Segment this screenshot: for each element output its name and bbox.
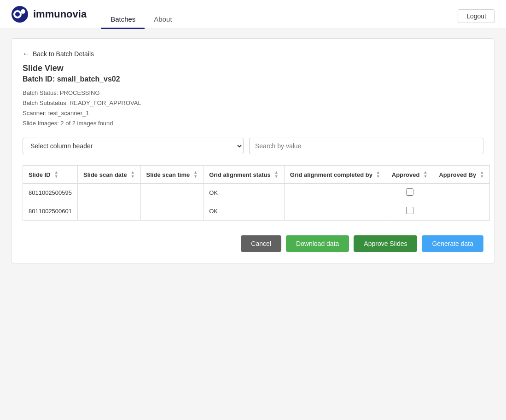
slide-view-title: Slide View: [23, 64, 483, 73]
batch-id: Batch ID: small_batch_vs02: [23, 75, 483, 83]
cell-slide-id: 8011002500601: [23, 202, 78, 221]
cell-approved-by: [433, 184, 490, 202]
logo-text: immunovia: [33, 8, 87, 20]
th-grid-completed-by: Grid alignment completed by ▲▼: [284, 166, 386, 184]
logo-icon: [11, 6, 29, 23]
logout-button[interactable]: Logout: [458, 9, 495, 23]
search-input[interactable]: [249, 138, 483, 154]
footer-actions: Cancel Download data Approve Slides Gene…: [23, 235, 483, 252]
cell-grid-completed-by: [284, 184, 386, 202]
column-header-select[interactable]: Select column header Slide ID Slide scan…: [23, 138, 244, 154]
batch-meta: Batch Status: PROCESSING Batch Substatus…: [23, 88, 483, 128]
cancel-button[interactable]: Cancel: [241, 235, 281, 252]
logo-area: immunovia: [11, 6, 87, 29]
cell-slide-id: 8011002500595: [23, 184, 78, 202]
sort-icon-scan-date[interactable]: ▲▼: [131, 170, 135, 179]
cell-grid-status: OK: [204, 184, 285, 202]
cell-approved: [386, 202, 433, 221]
table-row: 8011002500601OK: [23, 202, 490, 221]
svg-point-2: [15, 12, 20, 17]
batch-status: Batch Status: PROCESSING: [23, 88, 483, 98]
sort-icon-slide-id[interactable]: ▲▼: [54, 170, 58, 179]
table-row: 8011002500595OK: [23, 184, 490, 202]
th-approved-by: Approved By ▲▼: [433, 166, 490, 184]
cell-scan-time: [140, 202, 204, 221]
nav-tab-about[interactable]: About: [145, 11, 181, 29]
cell-scan-date: [78, 202, 141, 221]
nav-tab-batches[interactable]: Batches: [101, 11, 145, 29]
batch-substatus: Batch Substatus: READY_FOR_APPROVAL: [23, 98, 483, 108]
svg-point-3: [21, 9, 25, 14]
th-scan-time: Slide scan time ▲▼: [140, 166, 204, 184]
batch-scanner: Scanner: test_scanner_1: [23, 108, 483, 118]
back-link[interactable]: ← Back to Batch Details: [23, 50, 483, 58]
batch-slide-images: Slide Images: 2 of 2 images found: [23, 118, 483, 128]
cell-scan-date: [78, 184, 141, 202]
slide-table: Slide ID ▲▼ Slide scan date ▲▼ Slide sca…: [23, 165, 490, 221]
sort-icon-approved[interactable]: ▲▼: [423, 170, 427, 179]
nav-tabs: Batches About: [101, 11, 181, 29]
download-data-button[interactable]: Download data: [286, 235, 349, 252]
header-right: Logout: [458, 9, 495, 29]
th-grid-status: Grid alignment status ▲▼: [204, 166, 285, 184]
th-approved: Approved ▲▼: [386, 166, 433, 184]
cell-grid-status: OK: [204, 202, 285, 221]
th-slide-id: Slide ID ▲▼: [23, 166, 78, 184]
back-link-label: Back to Batch Details: [33, 50, 94, 58]
slide-view-card: ← Back to Batch Details Slide View Batch…: [11, 38, 495, 263]
approved-checkbox[interactable]: [406, 207, 413, 214]
sort-icon-approved-by[interactable]: ▲▼: [480, 170, 484, 179]
cell-grid-completed-by: [284, 202, 386, 221]
cell-scan-time: [140, 184, 204, 202]
approve-slides-button[interactable]: Approve Slides: [354, 235, 417, 252]
table-header-row: Slide ID ▲▼ Slide scan date ▲▼ Slide sca…: [23, 166, 490, 184]
header: immunovia Batches About Logout: [0, 0, 506, 29]
cell-approved-by: [433, 202, 490, 221]
cell-approved: [386, 184, 433, 202]
sort-icon-grid-status[interactable]: ▲▼: [274, 170, 279, 179]
main-content: ← Back to Batch Details Slide View Batch…: [0, 29, 506, 273]
sort-icon-grid-completed[interactable]: ▲▼: [376, 170, 380, 179]
filter-row: Select column header Slide ID Slide scan…: [23, 138, 483, 154]
back-arrow-icon: ←: [23, 50, 30, 58]
sort-icon-scan-time[interactable]: ▲▼: [193, 170, 198, 179]
generate-data-button[interactable]: Generate data: [422, 235, 483, 252]
approved-checkbox[interactable]: [406, 188, 413, 196]
th-scan-date: Slide scan date ▲▼: [78, 166, 141, 184]
